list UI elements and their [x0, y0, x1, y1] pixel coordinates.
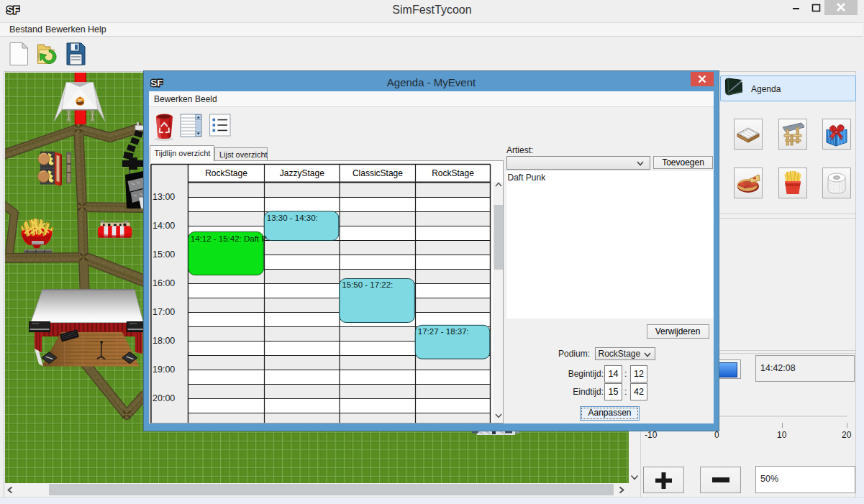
svg-text:14:12 - 15:42: Daft P: 14:12 - 15:42: Daft P — [191, 234, 267, 242]
svg-text:13:30 - 14:30:: 13:30 - 14:30: — [267, 213, 318, 221]
svg-text:SF: SF — [78, 98, 82, 103]
svg-text:ClassicStage: ClassicStage — [353, 168, 403, 178]
svg-text:RockStage: RockStage — [432, 168, 474, 178]
svg-text:RockStage: RockStage — [205, 168, 247, 178]
svg-text:15:50 - 17:22:: 15:50 - 17:22: — [342, 280, 393, 289]
svg-text:17:27 - 18:37:: 17:27 - 18:37: — [418, 326, 469, 335]
svg-text:SF: SF — [6, 4, 19, 16]
svg-text:JazzyStage: JazzyStage — [280, 168, 324, 178]
